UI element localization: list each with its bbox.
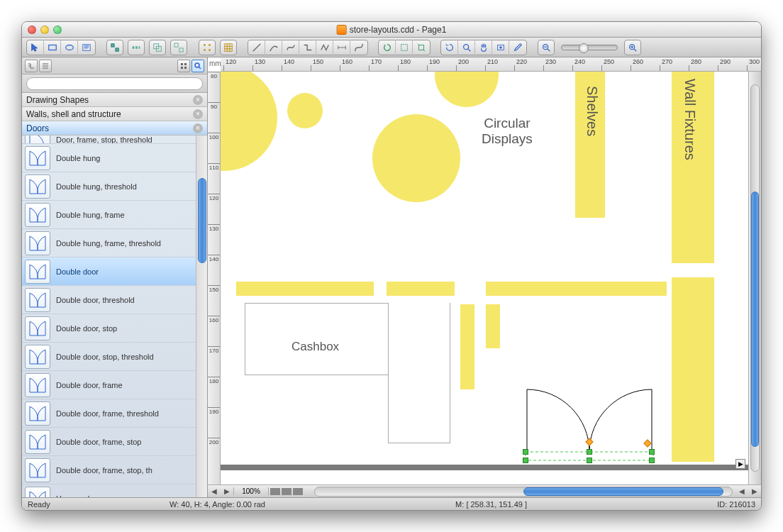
close-category-icon[interactable]: × [193,109,203,119]
view-tools-group [440,40,527,55]
counter-2[interactable] [387,282,455,296]
counter-1[interactable] [236,282,374,296]
align-tool[interactable] [106,40,123,55]
hscroll-thumb[interactable] [523,487,723,496]
zoom-window-button[interactable] [53,26,62,34]
sidebar-grid-icon[interactable] [177,60,190,72]
shape-item[interactable]: Double door, frame, threshold [22,399,207,428]
counter-4[interactable] [486,282,667,296]
polyline-tool[interactable] [316,40,333,55]
selected-double-door[interactable] [526,389,653,467]
shape-thumb [25,401,50,426]
scroll-right-button[interactable]: ▶ [748,485,761,498]
scroll-left-button[interactable]: ◀ [735,485,748,498]
circle-display-4[interactable] [221,72,277,171]
zoom-tool[interactable] [458,40,475,55]
sidebar-scrollbar[interactable] [196,135,207,497]
search-input[interactable] [26,77,203,90]
shape-item[interactable]: Double door, frame, stop, th [22,456,207,484]
pointer-tool[interactable] [27,40,44,55]
horizontal-ruler[interactable]: 1201301401501601701801902002102202302402… [221,57,761,72]
sidebar-list-icon[interactable] [39,60,52,72]
handle-e[interactable] [649,449,655,455]
handle-w[interactable] [523,449,528,455]
wall-fixtures-bottom[interactable] [672,277,714,462]
bezier-tool[interactable] [350,40,367,55]
select-area-tool[interactable] [492,40,509,55]
category-doors[interactable]: Doors× [22,121,207,135]
shape-item[interactable]: Double door, stop [22,314,207,343]
counter-3[interactable] [460,304,474,389]
share-icon[interactable]: ▶ [735,459,745,469]
pan-tool[interactable] [475,40,492,55]
horizontal-scrollbar[interactable] [314,487,733,497]
shape-item[interactable]: Double hung, threshold [22,172,207,201]
text-tool[interactable] [78,40,95,55]
sidebar-scroll-thumb[interactable] [198,178,206,263]
rotate-tool[interactable] [379,40,396,55]
spline-tool[interactable] [282,40,299,55]
category-walls-shell-and-structure[interactable]: Walls, shell and structure× [22,107,207,121]
rectangle-tool[interactable] [44,40,61,55]
close-category-icon[interactable]: × [193,95,203,105]
sidebar-tree-icon[interactable] [25,60,38,72]
shape-item[interactable]: Double door [22,257,207,286]
shape-label: Double door, frame, threshold [56,409,159,418]
arc-tool[interactable] [265,40,282,55]
canvas[interactable]: Shelves Wall Fixtures Circular Displays … [221,72,761,484]
shape-item[interactable]: Double hung, frame [22,201,207,229]
vertical-ruler[interactable]: 8090100110120130140150160170180190200 [208,72,221,484]
refresh-tool[interactable] [441,40,458,55]
snap-tool[interactable] [199,40,216,55]
category-label: Drawing Shapes [26,95,89,105]
zoom-in-button[interactable] [624,40,641,55]
zoom-out-button[interactable] [538,40,555,55]
circle-display-3[interactable] [435,72,499,107]
shape-item[interactable]: Double hung [22,144,207,172]
handle-sw[interactable] [523,458,528,463]
vertical-scrollbar[interactable] [748,72,761,484]
shape-item[interactable]: Double door, frame [22,371,207,399]
category-drawing-shapes[interactable]: Drawing Shapes× [22,93,207,107]
line-tool[interactable] [248,40,265,55]
ellipse-tool[interactable] [61,40,78,55]
minimize-window-button[interactable] [40,26,49,34]
vscroll-thumb[interactable] [751,192,759,447]
grid-tool[interactable] [220,40,237,55]
crop-tool[interactable] [396,40,413,55]
svg-point-15 [204,44,206,46]
handle-se[interactable] [649,458,655,463]
selection-tools-group [26,40,96,55]
close-window-button[interactable] [28,26,36,34]
counter-5[interactable] [486,304,500,348]
shape-item[interactable]: Uneven door [22,484,207,497]
shape-item[interactable]: Double door, stop, threshold [22,343,207,371]
sidebar-search-icon[interactable] [191,60,204,72]
zoom-slider[interactable] [561,45,618,50]
page-next-button[interactable]: ▶ [221,485,233,498]
group-tool[interactable] [149,40,166,55]
close-category-icon[interactable]: × [193,123,203,133]
page-tabs[interactable] [269,487,311,497]
svg-rect-6 [111,43,114,46]
eyedropper-tool[interactable] [509,40,526,55]
handle-s[interactable] [587,458,592,463]
distribute-tool[interactable] [128,40,145,55]
circle-display-2[interactable] [372,114,460,202]
shape-item[interactable]: Door, frame, stop, threshold [22,135,207,144]
connector-tool[interactable] [299,40,316,55]
circle-display-1[interactable] [287,93,323,128]
shape-item[interactable]: Double door, threshold [22,286,207,314]
handle-c[interactable] [587,449,592,455]
dimension-tool[interactable] [333,40,350,55]
svg-rect-14 [179,48,183,51]
ungroup-tool[interactable] [170,40,187,55]
zoom-value[interactable]: 100% [233,487,269,495]
shape-thumb [25,174,50,199]
page-prev-button[interactable]: ◀ [208,485,221,498]
shape-item[interactable]: Double hung, frame, threshold [22,229,207,257]
scale-tool[interactable] [413,40,430,55]
shape-item[interactable]: Double door, frame, stop [22,428,207,456]
svg-point-28 [499,46,502,49]
cashbox-right[interactable] [388,303,450,443]
